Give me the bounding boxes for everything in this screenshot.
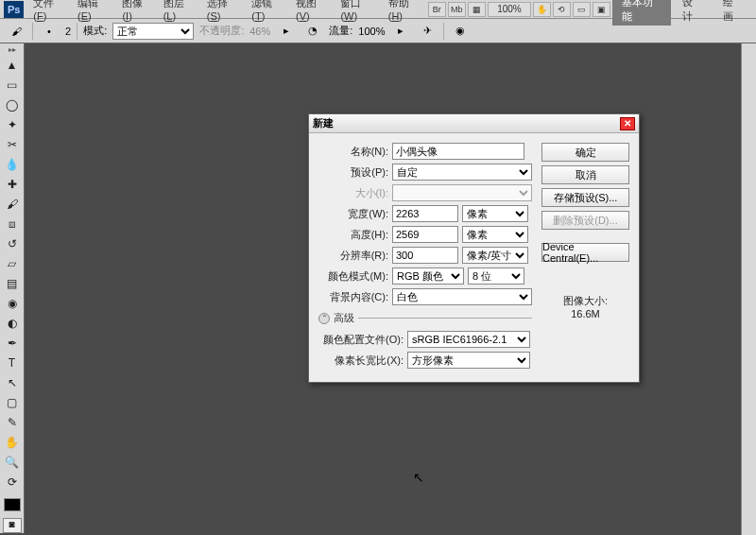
hand-tool[interactable]: ✋: [2, 433, 23, 452]
preset-select[interactable]: 自定: [392, 164, 532, 181]
eraser-tool[interactable]: ▱: [2, 254, 23, 273]
menu-view[interactable]: 视图(V): [290, 0, 335, 24]
bg-label: 背景内容(C):: [318, 290, 388, 304]
device-central-button[interactable]: Device Central(E)...: [541, 243, 629, 262]
tablet-pressure-opacity-icon[interactable]: ◔: [302, 22, 323, 41]
aspect-label: 像素长宽比(X):: [318, 354, 404, 368]
color-depth-select[interactable]: 8 位: [468, 268, 524, 285]
hand-icon[interactable]: ✋: [533, 2, 551, 17]
size-label: 大小(I):: [318, 186, 388, 200]
history-brush-tool[interactable]: ↺: [2, 234, 23, 253]
wand-tool[interactable]: ✦: [2, 115, 23, 134]
profile-select[interactable]: sRGB IEC61966-2.1: [407, 331, 530, 348]
menu-window[interactable]: 窗口(W): [335, 0, 382, 24]
opacity-arrow-icon[interactable]: ▸: [276, 22, 297, 41]
color-mode-select[interactable]: RGB 颜色: [392, 268, 464, 285]
menu-help[interactable]: 帮助(H): [383, 0, 428, 24]
menu-edit[interactable]: 编辑(E): [72, 0, 116, 24]
screen-mode-icon[interactable]: ▣: [593, 2, 610, 17]
flow-arrow-icon[interactable]: ▸: [390, 22, 411, 41]
lasso-tool[interactable]: ◯: [2, 95, 23, 114]
bg-select[interactable]: 白色: [392, 288, 532, 305]
current-tool-icon[interactable]: 🖌: [6, 22, 26, 41]
launch-bridge-icon[interactable]: Br: [428, 2, 446, 17]
rotate-view-tool[interactable]: ⟳: [2, 473, 23, 492]
brush-tool[interactable]: 🖌: [2, 195, 23, 214]
rotate-icon[interactable]: ⟲: [553, 2, 571, 17]
menu-filter[interactable]: 滤镜(T): [246, 0, 290, 24]
profile-label: 颜色配置文件(O):: [318, 333, 404, 347]
tablet-pressure-size-icon[interactable]: ◉: [450, 22, 471, 41]
name-label: 名称(N):: [318, 145, 388, 159]
move-tool[interactable]: ▲: [2, 56, 23, 75]
arrange-icon[interactable]: ▭: [573, 2, 591, 17]
workspace-tab-painting[interactable]: 绘画: [713, 0, 752, 26]
image-size-label: 图像大小:: [541, 294, 629, 308]
resolution-label: 分辨率(R):: [318, 249, 388, 263]
workspace-tab-essentials[interactable]: 基本功能: [612, 0, 671, 26]
vertical-scrollbar[interactable]: [741, 43, 756, 535]
close-icon[interactable]: ✕: [620, 117, 635, 130]
shape-tool[interactable]: ▢: [2, 393, 23, 412]
type-tool[interactable]: T: [2, 354, 23, 372]
brush-preset-icon[interactable]: •: [39, 22, 60, 41]
app-logo: Ps: [4, 1, 24, 18]
height-label: 高度(H):: [318, 228, 388, 242]
menu-image[interactable]: 图像(I): [116, 0, 157, 24]
menu-file[interactable]: 文件(F): [27, 0, 72, 24]
height-input[interactable]: [392, 226, 458, 243]
advanced-label: 高级: [334, 311, 354, 325]
width-label: 宽度(W):: [318, 207, 388, 221]
cursor-icon: ↖: [413, 470, 424, 485]
tool-panel: ▸▸ ▲ ▭ ◯ ✦ ✂ 💧 ✚ 🖌 ⧇ ↺ ▱ ▤ ◉ ◐ ✒ T ↖ ▢ ✎…: [0, 43, 25, 533]
dodge-tool[interactable]: ◐: [2, 314, 23, 333]
stamp-tool[interactable]: ⧇: [2, 215, 23, 233]
save-preset-button[interactable]: 存储预设(S)...: [541, 188, 629, 207]
path-select-tool[interactable]: ↖: [2, 373, 23, 392]
size-select: [392, 184, 532, 201]
delete-preset-button: 删除预设(D)...: [541, 211, 629, 230]
width-input[interactable]: [392, 205, 458, 222]
advanced-toggle-icon[interactable]: ⌃: [318, 313, 330, 324]
healing-tool[interactable]: ✚: [2, 175, 23, 194]
color-mode-label: 颜色模式(M):: [318, 269, 388, 284]
flow-label: 流量:: [329, 24, 352, 38]
quickmask-icon[interactable]: ◙: [3, 518, 22, 533]
dialog-title: 新建: [313, 116, 620, 130]
zoom-level[interactable]: 100%: [488, 2, 531, 17]
resolution-input[interactable]: [392, 247, 458, 264]
crop-tool[interactable]: ✂: [2, 135, 23, 154]
aspect-select[interactable]: 方形像素: [407, 352, 530, 369]
image-size-value: 16.6M: [541, 308, 629, 319]
preset-label: 预设(P):: [318, 165, 388, 180]
menu-select[interactable]: 选择(S): [201, 0, 246, 24]
menu-layer[interactable]: 图层(L): [158, 0, 201, 24]
gradient-tool[interactable]: ▤: [2, 274, 23, 293]
notes-tool[interactable]: ✎: [2, 413, 23, 432]
zoom-tool[interactable]: 🔍: [2, 453, 23, 472]
mode-label: 模式:: [83, 24, 107, 38]
blur-tool[interactable]: ◉: [2, 294, 23, 313]
menu-bar: Ps 文件(F) 编辑(E) 图像(I) 图层(L) 选择(S) 滤镜(T) 视…: [0, 0, 756, 19]
workspace-tab-design[interactable]: 设计: [673, 0, 712, 26]
foreground-color-swatch[interactable]: [4, 498, 21, 511]
opacity-value[interactable]: 46%: [249, 26, 270, 37]
resolution-unit-select[interactable]: 像素/英寸: [462, 247, 528, 264]
height-unit-select[interactable]: 像素: [462, 226, 528, 243]
cancel-button[interactable]: 取消: [541, 165, 629, 184]
marquee-tool[interactable]: ▭: [2, 76, 23, 95]
mini-bridge-icon[interactable]: Mb: [448, 2, 466, 17]
opacity-label: 不透明度:: [199, 24, 244, 38]
brush-size-label: 2: [65, 26, 71, 37]
name-input[interactable]: [392, 143, 524, 160]
airbrush-icon[interactable]: ✈: [417, 22, 438, 41]
mode-select[interactable]: 正常: [112, 23, 194, 40]
view-extras-icon[interactable]: ▦: [468, 2, 486, 17]
pen-tool[interactable]: ✒: [2, 334, 23, 353]
eyedropper-tool[interactable]: 💧: [2, 155, 23, 174]
dialog-titlebar[interactable]: 新建 ✕: [309, 114, 639, 133]
width-unit-select[interactable]: 像素: [462, 205, 528, 222]
toolbox-collapse-icon[interactable]: ▸▸: [2, 45, 23, 55]
ok-button[interactable]: 确定: [541, 143, 629, 162]
flow-value[interactable]: 100%: [358, 26, 385, 37]
